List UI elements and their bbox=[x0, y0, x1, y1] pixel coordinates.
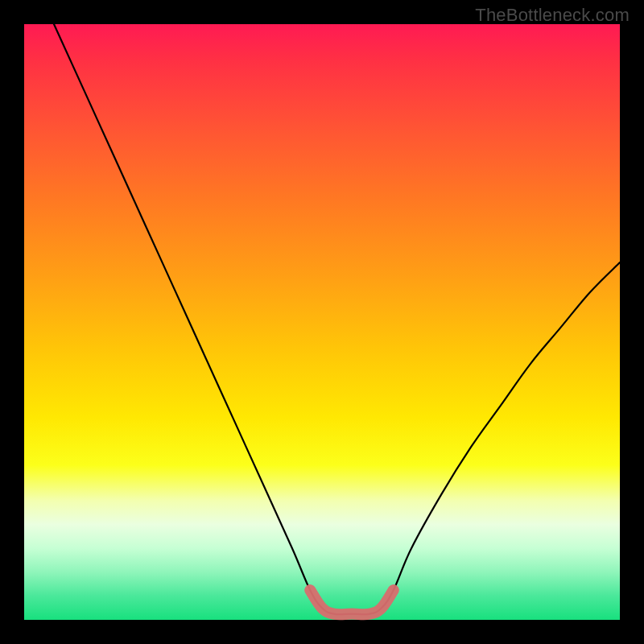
chart-plot-area bbox=[24, 24, 620, 620]
watermark-text: TheBottleneck.com bbox=[475, 5, 630, 26]
chart-frame: TheBottleneck.com bbox=[0, 0, 644, 644]
bottleneck-highlight-range bbox=[310, 590, 394, 614]
chart-svg bbox=[24, 24, 620, 620]
bottleneck-main-curve bbox=[54, 24, 620, 614]
